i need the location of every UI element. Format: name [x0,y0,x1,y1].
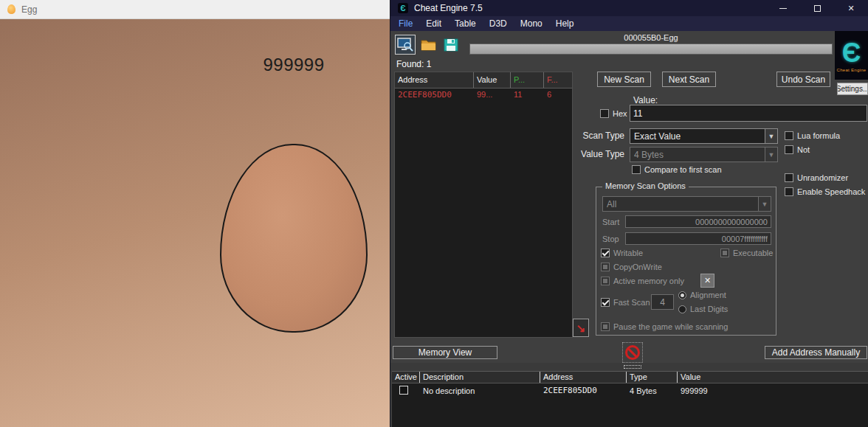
memory-view-button[interactable]: Memory View [393,346,497,359]
maximize-icon [814,5,821,12]
menu-file[interactable]: File [392,16,419,31]
egg-sprite[interactable] [220,144,368,333]
row-address[interactable]: 2CEEF805DD0 [540,386,627,395]
maximize-button[interactable] [800,0,834,16]
col-address[interactable]: Address [540,372,627,383]
pause-checkbox-box[interactable] [601,322,610,331]
open-table-button[interactable] [418,35,439,55]
col-previous[interactable]: P... [511,72,544,88]
col-address[interactable]: Address [395,72,474,88]
alignment-radio[interactable]: Alignment [678,291,726,299]
new-scan-button[interactable]: New Scan [597,72,651,87]
row-type[interactable]: 4 Bytes [627,386,678,395]
enable-speedhack-checkbox[interactable]: Enable Speedhack [785,187,865,196]
pause-label: Pause the game while scanning [613,322,728,331]
close-button[interactable]: ✕ [834,0,868,16]
copy-on-write-checkbox[interactable]: CopyOnWrite [601,263,662,271]
unrandomizer-checkbox[interactable]: Unrandomizer [785,173,848,182]
game-window: Egg 999999 [0,0,390,427]
start-label: Start [602,218,619,226]
cheat-engine-logo[interactable]: Є Cheat Engine [835,31,868,80]
writable-checkbox-box[interactable] [601,249,610,257]
minimize-button[interactable] [766,0,800,16]
pause-while-scanning-checkbox[interactable]: Pause the game while scanning [601,322,728,331]
splitter-bar[interactable] [390,363,868,371]
col-active[interactable]: Active [392,372,420,383]
menu-table[interactable]: Table [448,16,483,31]
chevron-down-icon[interactable]: ▼ [765,129,777,143]
found-results-table[interactable]: Address Value P... F... 2CEEF805DD0 99..… [394,72,573,338]
col-value[interactable]: Value [678,372,868,383]
copy-on-write-label: CopyOnWrite [613,263,662,271]
hex-checkbox-box[interactable] [600,109,609,118]
advanced-options-arrow-button[interactable]: ↘ [573,319,589,337]
scan-type-value: Exact Value [634,131,681,142]
menu-edit[interactable]: Edit [419,16,448,31]
stop-address-input [625,232,771,245]
fast-scan-checkbox[interactable]: Fast Scan [601,298,650,307]
active-memory-checkbox-box[interactable] [601,277,610,285]
address-list-header: Active Description Address Type Value [392,372,868,383]
undo-scan-button[interactable]: Undo Scan [776,72,830,87]
window-title: Cheat Engine 7.5 [414,3,483,13]
copy-on-write-checkbox-box[interactable] [601,263,610,271]
result-first: 6 [544,88,572,101]
last-digits-radio[interactable]: Last Digits [678,305,728,313]
compare-label: Compare to first scan [644,165,722,174]
value-type-label: Value Type [568,149,624,159]
minimize-icon [779,8,787,9]
menu-mono[interactable]: Mono [514,16,549,31]
no-entry-icon [625,345,640,360]
menu-help[interactable]: Help [549,16,581,31]
not-label: Not [797,145,810,154]
alignment-radio-circle[interactable] [678,291,686,299]
alignment-value-input[interactable] [651,294,674,310]
next-scan-button[interactable]: Next Scan [662,72,716,87]
speedhack-checkbox-box[interactable] [785,187,793,196]
found-result-row[interactable]: 2CEEF805DD0 99... 11 6 [395,88,572,101]
settings-button[interactable]: Settings... [837,83,868,95]
col-type[interactable]: Type [627,372,678,383]
splitter-handle[interactable] [624,365,641,369]
value-input[interactable] [630,105,867,122]
fast-scan-checkbox-box[interactable] [601,298,610,307]
active-memory-only-checkbox[interactable]: Active memory only [601,277,684,285]
add-address-manually-button[interactable]: Add Address Manually [765,346,867,359]
col-value[interactable]: Value [474,72,511,88]
lua-checkbox-box[interactable] [785,131,793,140]
ce-titlebar[interactable]: Є Cheat Engine 7.5 ✕ [390,0,868,16]
save-table-button[interactable] [441,35,461,55]
address-list-table[interactable]: Active Description Address Type Value No… [392,371,868,427]
result-address: 2CEEF805DD0 [395,88,474,101]
row-value[interactable]: 999999 [678,386,868,395]
last-digits-radio-circle[interactable] [678,305,686,313]
not-checkbox-box[interactable] [785,145,793,154]
writable-checkbox[interactable]: Writable [601,249,643,257]
menu-d3d[interactable]: D3D [483,16,514,31]
not-checkbox[interactable]: Not [785,145,810,154]
select-process-button[interactable] [395,35,416,55]
cancel-scan-marquee[interactable] [622,342,643,363]
compare-first-scan-checkbox[interactable]: Compare to first scan [632,165,722,174]
result-previous: 11 [511,88,544,101]
lua-formula-checkbox[interactable]: Lua formula [785,131,840,140]
executable-checkbox-box[interactable] [720,249,729,257]
address-list-row[interactable]: No description 2CEEF805DD0 4 Bytes 99999… [392,383,868,398]
row-description[interactable]: No description [420,386,540,395]
value-type-value: 4 Bytes [634,150,664,160]
scan-type-dropdown[interactable]: Exact Value ▼ [630,128,778,144]
col-description[interactable]: Description [420,372,540,383]
logo-caption: Cheat Engine [837,68,867,72]
unrandomizer-checkbox-box[interactable] [785,173,793,182]
clear-region-button[interactable]: ✕ [700,274,714,288]
score-text: 999999 [220,55,368,75]
hex-checkbox[interactable]: Hex [600,109,627,118]
compare-checkbox-box[interactable] [632,165,641,174]
game-titlebar[interactable]: Egg [0,0,390,19]
col-first[interactable]: F... [544,72,572,88]
chevron-down-icon: ▼ [765,147,777,162]
chevron-down-icon: ▼ [758,197,771,211]
executable-checkbox[interactable]: Executable [720,249,773,257]
game-title: Egg [21,4,37,15]
active-checkbox[interactable] [399,386,408,395]
